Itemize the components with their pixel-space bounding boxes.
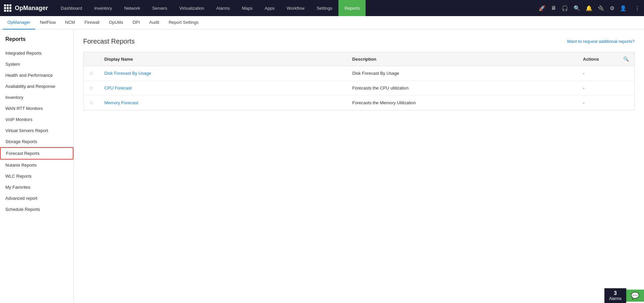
sidebar-item-inventory[interactable]: Inventory xyxy=(0,92,73,103)
report-table: Display Name Description Actions 🔍 ☆Disk… xyxy=(83,52,635,110)
sub-nav-item-netflow[interactable]: NetFlow xyxy=(35,16,61,29)
top-bar: OpManager DashboardInventoryNetworkServe… xyxy=(0,0,644,16)
sub-nav-item-audit[interactable]: Audit xyxy=(145,16,164,29)
sidebar-item-advanced-report[interactable]: Advanced report xyxy=(0,193,73,204)
sub-nav-item-opmanager[interactable]: OpManager xyxy=(3,16,35,29)
chat-icon: 💬 xyxy=(631,292,639,300)
sidebar-item-integrated-reports[interactable]: Integrated Reports xyxy=(0,48,73,59)
sidebar-item-availability-and-response[interactable]: Availability and Response xyxy=(0,81,73,92)
report-actions: - xyxy=(578,66,618,81)
sub-nav-item-report-settings[interactable]: Report Settings xyxy=(164,16,204,29)
bottom-bar: 3 Alarms 💬 xyxy=(604,288,644,303)
favorite-star-icon[interactable]: ☆ xyxy=(89,85,94,91)
report-name-link[interactable]: Memory Forecast xyxy=(104,100,138,105)
table-header-row: Display Name Description Actions 🔍 xyxy=(84,52,635,66)
sub-nav-item-dpi[interactable]: DPI xyxy=(128,16,145,29)
nav-item-alarms[interactable]: Alarms xyxy=(210,0,236,16)
report-search-cell xyxy=(618,96,635,110)
favorite-star-icon[interactable]: ☆ xyxy=(89,70,94,76)
report-name-link[interactable]: CPU Forecast xyxy=(104,85,132,90)
report-display-name: Memory Forecast xyxy=(99,96,347,110)
sidebar-item-nutanix-reports[interactable]: Nutanix Reports xyxy=(0,160,73,171)
nav-item-apps[interactable]: Apps xyxy=(259,0,281,16)
page-title-row: Forecast Reports Want to request additio… xyxy=(83,38,635,45)
nav-item-servers[interactable]: Servers xyxy=(146,0,173,16)
report-description: Disk Forecast By Usage xyxy=(347,66,578,81)
page-title: Forecast Reports xyxy=(83,38,135,45)
report-display-name: Disk Forecast By Usage xyxy=(99,66,347,81)
alarms-label: Alarms xyxy=(609,296,622,301)
report-actions: - xyxy=(578,96,618,110)
col-star xyxy=(84,52,99,66)
nav-item-maps[interactable]: Maps xyxy=(236,0,259,16)
sub-nav: OpManagerNetFlowNCMFirewallOpUtilsDPIAud… xyxy=(0,16,644,29)
col-description: Description xyxy=(347,52,578,66)
sub-nav-item-firewall[interactable]: Firewall xyxy=(80,16,104,29)
nav-item-settings[interactable]: Settings xyxy=(311,0,338,16)
chat-badge[interactable]: 💬 xyxy=(626,290,644,302)
request-link[interactable]: Want to request additional reports? xyxy=(567,39,635,44)
user-icon[interactable]: 👤 xyxy=(620,5,627,11)
gear-icon[interactable]: ⚙ xyxy=(610,5,614,11)
monitor-icon[interactable]: 🖥 xyxy=(551,5,556,11)
table-row: ☆CPU ForecastForecasts the CPU utilizati… xyxy=(84,81,635,96)
app-logo-text: OpManager xyxy=(15,5,48,12)
report-display-name: CPU Forecast xyxy=(99,81,347,96)
sidebar-item-wlc-reports[interactable]: WLC Reports xyxy=(0,171,73,182)
favorite-star-icon[interactable]: ☆ xyxy=(89,100,94,106)
nav-item-workflow[interactable]: Workflow xyxy=(281,0,311,16)
nav-item-network[interactable]: Network xyxy=(118,0,146,16)
app-grid-icon[interactable] xyxy=(4,4,11,12)
nav-item-virtualization[interactable]: Virtualization xyxy=(173,0,210,16)
sidebar-title: Reports xyxy=(0,34,73,48)
main-nav: DashboardInventoryNetworkServersVirtuali… xyxy=(55,0,539,16)
report-description: Forecasts the Memory Utilization xyxy=(347,96,578,110)
headset-icon[interactable]: 🎧 xyxy=(561,5,568,11)
report-name-link[interactable]: Disk Forecast By Usage xyxy=(104,71,151,76)
sidebar-item-system[interactable]: System xyxy=(0,59,73,70)
sub-nav-item-oputils[interactable]: OpUtils xyxy=(104,16,128,29)
sidebar-item-virtual-servers-report[interactable]: Virtual Servers Report xyxy=(0,125,73,136)
report-table-body: ☆Disk Forecast By UsageDisk Forecast By … xyxy=(84,66,635,110)
nav-item-dashboard[interactable]: Dashboard xyxy=(55,0,88,16)
rocket-icon[interactable]: 🚀 xyxy=(539,5,545,11)
report-search-cell xyxy=(618,81,635,96)
table-search-icon[interactable]: 🔍 xyxy=(623,56,629,62)
alarms-count: 3 xyxy=(614,290,617,296)
sidebar-item-voip-monitors[interactable]: VoIP Monitors xyxy=(0,114,73,125)
search-icon[interactable]: 🔍 xyxy=(574,5,580,11)
more-icon[interactable]: ⋮ xyxy=(635,5,640,11)
sidebar-item-health-and-performance[interactable]: Health and Performance xyxy=(0,70,73,81)
alarms-badge[interactable]: 3 Alarms xyxy=(604,288,626,303)
col-search: 🔍 xyxy=(618,52,635,66)
nav-item-reports[interactable]: Reports xyxy=(338,0,366,16)
sidebar-item-storage-reports[interactable]: Storage Reports xyxy=(0,136,73,147)
col-actions: Actions xyxy=(578,52,618,66)
report-description: Forecasts the CPU utilization xyxy=(347,81,578,96)
sub-nav-item-ncm[interactable]: NCM xyxy=(60,16,80,29)
top-bar-icons: 🚀 🖥 🎧 🔍 🔔 🔌 ⚙ 👤 ⋮ xyxy=(539,5,640,11)
table-row: ☆Disk Forecast By UsageDisk Forecast By … xyxy=(84,66,635,81)
logo-area: OpManager xyxy=(4,4,48,12)
report-actions: - xyxy=(578,81,618,96)
sidebar-item-schedule-reports[interactable]: Schedule Reports xyxy=(0,204,73,215)
layout: Reports Integrated ReportsSystemHealth a… xyxy=(0,29,644,303)
nav-item-inventory[interactable]: Inventory xyxy=(88,0,118,16)
col-display-name: Display Name xyxy=(99,52,347,66)
sidebar-item-forecast-reports[interactable]: Forecast Reports xyxy=(0,147,73,160)
sidebar: Reports Integrated ReportsSystemHealth a… xyxy=(0,29,74,303)
report-search-cell xyxy=(618,66,635,81)
table-row: ☆Memory ForecastForecasts the Memory Uti… xyxy=(84,96,635,110)
sidebar-item-wan-rtt-monitors[interactable]: WAN RTT Monitors xyxy=(0,103,73,114)
plug-icon[interactable]: 🔌 xyxy=(598,5,604,11)
main-content: Forecast Reports Want to request additio… xyxy=(74,29,644,303)
bell-icon[interactable]: 🔔 xyxy=(586,5,592,11)
sidebar-item-my-favorites[interactable]: My Favorites xyxy=(0,182,73,193)
